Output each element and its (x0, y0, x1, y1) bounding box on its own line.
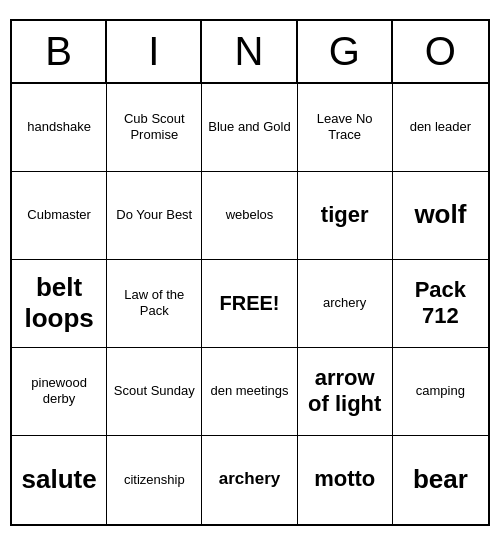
bingo-cell-13: archery (298, 260, 393, 348)
bingo-cell-19: camping (393, 348, 488, 436)
header-o: O (393, 21, 488, 82)
bingo-cell-20: salute (12, 436, 107, 524)
bingo-cell-0: handshake (12, 84, 107, 172)
bingo-cell-14: Pack 712 (393, 260, 488, 348)
bingo-cell-10: belt loops (12, 260, 107, 348)
bingo-grid: handshakeCub Scout PromiseBlue and GoldL… (12, 84, 488, 524)
bingo-cell-12: FREE! (202, 260, 297, 348)
bingo-cell-18: arrow of light (298, 348, 393, 436)
bingo-cell-11: Law of the Pack (107, 260, 202, 348)
bingo-cell-16: Scout Sunday (107, 348, 202, 436)
bingo-cell-21: citizenship (107, 436, 202, 524)
header-b: B (12, 21, 107, 82)
bingo-card: B I N G O handshakeCub Scout PromiseBlue… (10, 19, 490, 526)
bingo-cell-17: den meetings (202, 348, 297, 436)
header-i: I (107, 21, 202, 82)
bingo-cell-23: motto (298, 436, 393, 524)
bingo-header: B I N G O (12, 21, 488, 84)
bingo-cell-2: Blue and Gold (202, 84, 297, 172)
bingo-cell-9: wolf (393, 172, 488, 260)
bingo-cell-15: pinewood derby (12, 348, 107, 436)
bingo-cell-5: Cubmaster (12, 172, 107, 260)
bingo-cell-7: webelos (202, 172, 297, 260)
bingo-cell-22: archery (202, 436, 297, 524)
bingo-cell-3: Leave No Trace (298, 84, 393, 172)
bingo-cell-4: den leader (393, 84, 488, 172)
bingo-cell-24: bear (393, 436, 488, 524)
bingo-cell-8: tiger (298, 172, 393, 260)
bingo-cell-1: Cub Scout Promise (107, 84, 202, 172)
bingo-cell-6: Do Your Best (107, 172, 202, 260)
header-n: N (202, 21, 297, 82)
header-g: G (298, 21, 393, 82)
